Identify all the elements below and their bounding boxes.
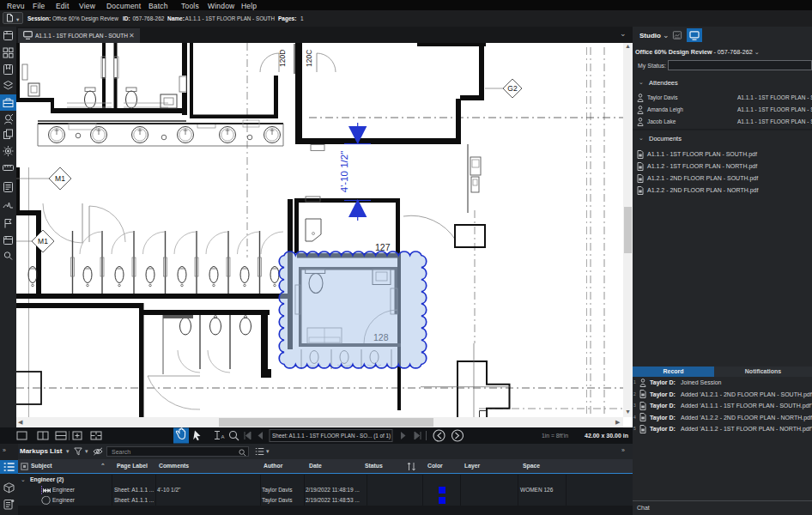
svg-text:M1: M1 — [38, 237, 48, 245]
svg-text:127: 127 — [375, 242, 391, 252]
svg-text:42.00 x 30.00 in: 42.00 x 30.00 in — [585, 433, 628, 439]
svg-text:Sheet: A1.1.1 - 1ST FLOOR PLAN: Sheet: A1.1.1 - 1ST FLOOR PLAN - SO... (… — [272, 433, 391, 439]
svg-text:4'-10 1/2": 4'-10 1/2" — [339, 151, 349, 192]
svg-text:A: A — [221, 434, 225, 439]
svg-text:M1: M1 — [55, 174, 65, 183]
svg-text:120C: 120C — [305, 50, 313, 67]
svg-text:1in = 8ft'in: 1in = 8ft'in — [542, 433, 568, 439]
svg-text:120D: 120D — [278, 50, 287, 67]
svg-text:G2: G2 — [507, 84, 518, 93]
